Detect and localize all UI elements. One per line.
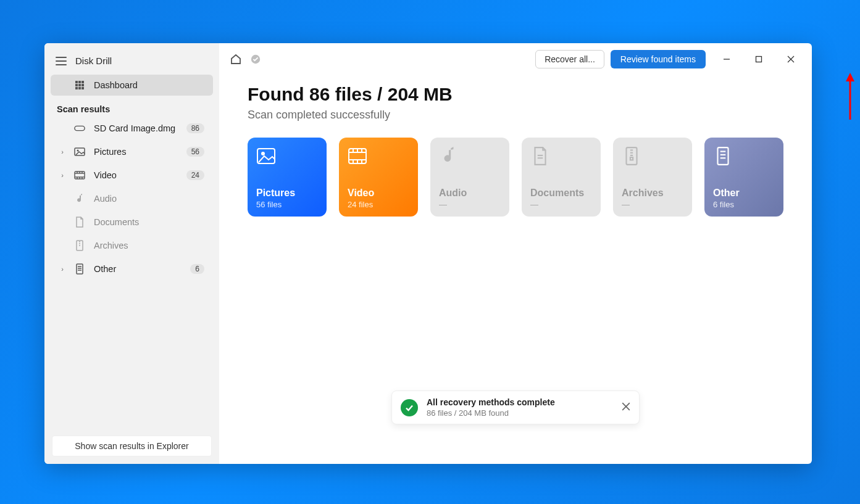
sidebar-item-documents[interactable]: Documents bbox=[51, 212, 213, 233]
sidebar-item-label: Other bbox=[94, 264, 116, 274]
dashboard-icon bbox=[74, 80, 85, 91]
tile-archives[interactable]: Archives — bbox=[613, 138, 692, 217]
sidebar-item-other[interactable]: › Other 6 bbox=[51, 258, 213, 279]
sidebar-item-label: SD Card Image.dmg bbox=[94, 123, 175, 133]
window-close-button[interactable] bbox=[780, 51, 802, 68]
chevron-right-icon: › bbox=[59, 171, 65, 179]
disk-icon bbox=[74, 123, 85, 134]
tile-pictures[interactable]: Pictures 56 files bbox=[248, 138, 327, 217]
menu-icon[interactable] bbox=[56, 57, 67, 65]
video-icon bbox=[348, 146, 409, 168]
svg-rect-31 bbox=[756, 57, 762, 62]
home-icon[interactable] bbox=[229, 52, 243, 66]
pictures-icon bbox=[74, 146, 85, 157]
tile-audio[interactable]: Audio — bbox=[430, 138, 509, 217]
tile-other[interactable]: Other 6 files bbox=[704, 138, 783, 217]
recover-all-button[interactable]: Recover all... bbox=[535, 50, 604, 68]
sidebar-item-pictures[interactable]: › Pictures 56 bbox=[51, 141, 213, 162]
svg-rect-0 bbox=[75, 81, 78, 83]
svg-rect-51 bbox=[630, 157, 633, 160]
tile-sub: 24 files bbox=[348, 200, 409, 209]
svg-rect-9 bbox=[75, 126, 85, 130]
page-title: Found 86 files / 204 MB bbox=[248, 84, 783, 105]
annotation-arrow bbox=[844, 72, 856, 121]
sidebar-item-dashboard[interactable]: Dashboard bbox=[51, 75, 213, 96]
svg-rect-52 bbox=[717, 147, 728, 165]
sidebar-item-label: Video bbox=[94, 170, 117, 180]
sidebar-item-label: Pictures bbox=[94, 147, 126, 157]
count-badge: 56 bbox=[186, 147, 204, 157]
document-icon bbox=[74, 217, 85, 228]
count-badge: 6 bbox=[190, 264, 204, 274]
tile-sub: 6 files bbox=[713, 200, 775, 209]
svg-rect-1 bbox=[78, 81, 81, 83]
sidebar: Disk Drill Dashboard Scan results SD Car… bbox=[44, 43, 219, 464]
toolbar: Recover all... Review found items bbox=[219, 43, 812, 75]
check-badge-icon[interactable] bbox=[249, 52, 262, 66]
sidebar-item-archives[interactable]: Archives bbox=[51, 235, 213, 256]
tile-title: Documents bbox=[530, 188, 592, 199]
svg-rect-6 bbox=[75, 87, 78, 89]
svg-rect-25 bbox=[77, 264, 83, 274]
tile-sub: — bbox=[622, 200, 683, 209]
sidebar-item-sdcard[interactable]: SD Card Image.dmg 86 bbox=[51, 118, 213, 139]
svg-rect-2 bbox=[81, 81, 84, 83]
app-title: Disk Drill bbox=[75, 56, 112, 66]
success-check-icon bbox=[401, 399, 418, 416]
window-maximize-button[interactable] bbox=[748, 51, 770, 68]
tile-title: Pictures bbox=[256, 188, 318, 199]
tile-sub: 56 files bbox=[256, 200, 318, 209]
audio-icon bbox=[74, 193, 85, 204]
audio-icon bbox=[439, 146, 501, 168]
tile-sub: — bbox=[439, 200, 501, 209]
tile-video[interactable]: Video 24 files bbox=[339, 138, 418, 217]
count-badge: 86 bbox=[186, 123, 204, 133]
page-subtitle: Scan completed successfully bbox=[248, 109, 783, 122]
tile-title: Audio bbox=[439, 188, 501, 199]
svg-rect-7 bbox=[78, 87, 81, 89]
svg-point-35 bbox=[261, 152, 265, 155]
show-in-explorer-button[interactable]: Show scan results in Explorer bbox=[52, 436, 212, 456]
svg-rect-5 bbox=[81, 84, 84, 86]
chevron-right-icon: › bbox=[59, 265, 65, 273]
sidebar-item-label: Documents bbox=[94, 217, 139, 227]
sidebar-item-video[interactable]: › Video 24 bbox=[51, 165, 213, 186]
tile-documents[interactable]: Documents — bbox=[522, 138, 601, 217]
review-found-items-button[interactable]: Review found items bbox=[611, 50, 706, 68]
tile-sub: — bbox=[530, 200, 592, 209]
toast-notification: All recovery methods complete 86 files /… bbox=[391, 390, 640, 424]
document-icon bbox=[530, 146, 592, 168]
category-tiles: Pictures 56 files Video 24 files bbox=[248, 138, 783, 217]
svg-rect-8 bbox=[81, 87, 84, 89]
content: Found 86 files / 204 MB Scan completed s… bbox=[219, 75, 812, 217]
file-icon bbox=[74, 263, 85, 275]
svg-rect-3 bbox=[75, 84, 78, 86]
window-minimize-button[interactable] bbox=[716, 51, 738, 68]
svg-point-11 bbox=[77, 150, 79, 152]
sidebar-item-label: Audio bbox=[94, 194, 117, 204]
sidebar-item-label: Archives bbox=[94, 241, 128, 250]
video-icon bbox=[74, 170, 85, 181]
archive-icon bbox=[74, 240, 85, 251]
sidebar-item-label: Dashboard bbox=[94, 80, 138, 90]
pictures-icon bbox=[256, 146, 318, 168]
tile-title: Other bbox=[713, 188, 775, 199]
chevron-right-icon: › bbox=[59, 148, 65, 155]
tile-title: Archives bbox=[622, 188, 683, 199]
tile-title: Video bbox=[348, 188, 409, 199]
sidebar-section-label: Scan results bbox=[44, 98, 219, 118]
count-badge: 24 bbox=[186, 170, 204, 180]
toast-close-button[interactable] bbox=[622, 402, 630, 413]
file-icon bbox=[713, 146, 775, 168]
main-area: Recover all... Review found items Found … bbox=[219, 43, 812, 464]
svg-rect-4 bbox=[78, 84, 81, 86]
svg-marker-59 bbox=[846, 73, 854, 81]
app-window: Disk Drill Dashboard Scan results SD Car… bbox=[44, 43, 812, 464]
sidebar-item-audio[interactable]: Audio bbox=[51, 188, 213, 209]
toast-title: All recovery methods complete bbox=[427, 397, 555, 407]
sidebar-header: Disk Drill bbox=[44, 51, 219, 75]
toast-sub: 86 files / 204 MB found bbox=[427, 408, 555, 418]
archive-icon bbox=[622, 146, 683, 168]
